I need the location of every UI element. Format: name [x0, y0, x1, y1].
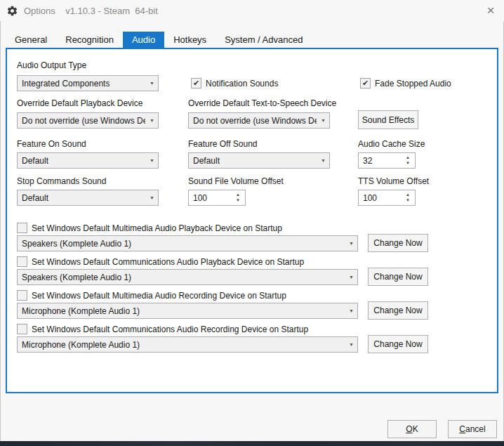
- audio-output-type-label: Audio Output Type: [17, 60, 86, 70]
- multimedia-recording-startup-label: Set Windows Default Multimedia Audio Rec…: [32, 291, 286, 301]
- communications-playback-device-dropdown[interactable]: Speakers (Komplete Audio 1) ▼: [17, 269, 358, 285]
- chevron-down-icon: ▼: [321, 158, 326, 164]
- tab-system-advanced[interactable]: System / Advanced: [215, 32, 312, 48]
- options-window: Options v1.10.3 - Steam 64-bit × General…: [0, 0, 504, 446]
- chevron-down-icon: ▼: [349, 342, 354, 348]
- window-title: Options v1.10.3 - Steam 64-bit: [24, 6, 158, 16]
- chevron-down-icon: ▼: [150, 158, 154, 164]
- sound-file-volume-stepper[interactable]: 100 ▲ ▼: [188, 190, 246, 206]
- fade-stopped-audio-label: Fade Stopped Audio: [375, 79, 451, 88]
- audio-tab-panel: Audio Output Type Integrated Components …: [6, 48, 498, 393]
- cancel-button[interactable]: Cancel: [448, 420, 497, 438]
- tab-hotkeys[interactable]: Hotkeys: [164, 32, 215, 48]
- notification-sounds-label: Notification Sounds: [206, 79, 278, 88]
- background-window-edge: [0, 441, 504, 446]
- chevron-down-icon: ▼: [349, 275, 354, 280]
- spin-up-icon[interactable]: ▲: [406, 192, 410, 197]
- multimedia-playback-startup-checkbox[interactable]: [17, 223, 27, 233]
- override-tts-dropdown[interactable]: Do not override (use Windows De ▼: [188, 112, 330, 129]
- feature-on-sound-dropdown[interactable]: Default ▼: [17, 152, 159, 169]
- spin-up-icon[interactable]: ▲: [236, 192, 240, 197]
- multimedia-recording-device-dropdown[interactable]: Microphone (Komplete Audio 1) ▼: [17, 303, 358, 319]
- spin-up-icon[interactable]: ▲: [406, 155, 410, 160]
- override-playback-dropdown[interactable]: Do not override (use Windows De ▼: [17, 112, 159, 129]
- spin-down-icon[interactable]: ▼: [236, 197, 240, 203]
- notification-sounds-checkbox[interactable]: ✔: [191, 78, 201, 88]
- chevron-down-icon: ▼: [150, 118, 154, 124]
- feature-on-sound-label: Feature On Sound: [17, 139, 86, 149]
- sound-effects-button[interactable]: Sound Effects: [358, 110, 418, 129]
- close-icon[interactable]: ×: [482, 3, 500, 20]
- tts-volume-label: TTS Volume Offset: [358, 176, 429, 186]
- tts-volume-stepper[interactable]: 100 ▲ ▼: [358, 190, 416, 206]
- fade-stopped-audio-checkbox[interactable]: ✔: [360, 78, 371, 88]
- communications-recording-startup-label: Set Windows Default Communications Audio…: [32, 324, 308, 334]
- chevron-down-icon: ▼: [321, 118, 326, 124]
- title-bar: Options v1.10.3 - Steam 64-bit ×: [0, 0, 504, 21]
- communications-recording-device-dropdown[interactable]: Microphone (Komplete Audio 1) ▼: [17, 336, 358, 353]
- audio-output-type-dropdown[interactable]: Integrated Components ▼: [17, 75, 159, 91]
- communications-playback-change-now-button[interactable]: Change Now: [368, 268, 428, 286]
- override-tts-label: Override Default Text-to-Speech Device: [188, 98, 336, 108]
- chevron-down-icon: ▼: [150, 195, 154, 201]
- chevron-down-icon: ▼: [150, 81, 154, 86]
- tab-recognition[interactable]: Recognition: [56, 32, 123, 48]
- communications-recording-change-now-button[interactable]: Change Now: [368, 335, 428, 353]
- spin-down-icon[interactable]: ▼: [406, 197, 410, 203]
- stop-commands-sound-label: Stop Commands Sound: [17, 176, 106, 186]
- multimedia-recording-change-now-button[interactable]: Change Now: [368, 301, 428, 320]
- chevron-down-icon: ▼: [349, 308, 354, 314]
- multimedia-playback-change-now-button[interactable]: Change Now: [368, 234, 428, 252]
- chevron-down-icon: ▼: [349, 241, 354, 247]
- override-playback-label: Override Default Playback Device: [17, 98, 142, 108]
- tab-audio[interactable]: Audio: [123, 32, 164, 48]
- audio-cache-size-label: Audio Cache Size: [358, 139, 425, 149]
- feature-off-sound-dropdown[interactable]: Default ▼: [188, 152, 330, 169]
- multimedia-playback-device-dropdown[interactable]: Speakers (Komplete Audio 1) ▼: [17, 235, 358, 251]
- ok-button[interactable]: OK: [387, 420, 437, 438]
- communications-playback-startup-checkbox[interactable]: [17, 256, 27, 267]
- sound-file-volume-label: Sound File Volume Offset: [188, 176, 284, 186]
- communications-playback-startup-label: Set Windows Default Communications Audio…: [32, 257, 304, 267]
- tab-strip: General Recognition Audio Hotkeys System…: [6, 32, 312, 48]
- multimedia-recording-startup-checkbox[interactable]: [17, 290, 27, 301]
- tab-general[interactable]: General: [6, 32, 56, 48]
- feature-off-sound-label: Feature Off Sound: [188, 139, 258, 149]
- spin-down-icon[interactable]: ▼: [406, 160, 410, 166]
- audio-cache-size-stepper[interactable]: 32 ▲ ▼: [358, 152, 416, 169]
- communications-recording-startup-checkbox[interactable]: [17, 324, 27, 334]
- gear-icon: [6, 5, 18, 17]
- stop-commands-sound-dropdown[interactable]: Default ▼: [17, 190, 159, 206]
- multimedia-playback-startup-label: Set Windows Default Multimedia Audio Pla…: [32, 223, 282, 233]
